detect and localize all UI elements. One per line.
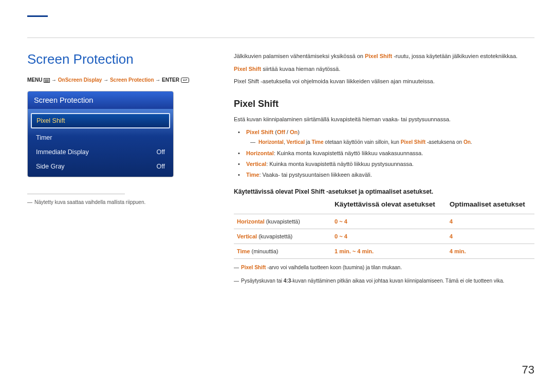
td-range: 0 ~ 4 xyxy=(331,214,447,229)
osd-row-side-gray[interactable]: Side Gray Off xyxy=(31,159,170,174)
list-item: Vertical: Kuinka monta kuvapistettä näyt… xyxy=(241,159,534,169)
osd-panel: Screen Protection Pixel Shift Timer Imme… xyxy=(27,91,174,177)
end-note: ― Pysäytyskuvan tai 4:3-kuvan näyttämine… xyxy=(234,276,534,286)
osd-row-label: Immediate Display xyxy=(36,148,89,156)
enter-icon xyxy=(181,77,189,84)
section-desc: Estä kuvan kiinnipalaminen siirtämällä k… xyxy=(234,115,534,124)
intro-paragraph: Jälkikuvien palamisen vähentämiseksi yks… xyxy=(234,51,534,61)
osd-row-immediate-display[interactable]: Immediate Display Off xyxy=(31,145,170,159)
header-accent-bar xyxy=(27,15,48,17)
table-row: Horizontal (kuvapistettä) 0 ~ 4 4 xyxy=(234,214,534,229)
td-range: 1 min. ~ 4 min. xyxy=(331,244,447,259)
list-item: Pixel Shift (Off / On) ― Horizontal, Ver… xyxy=(241,127,534,147)
list-item: Time: Vaaka- tai pystysuuntaisen liikkee… xyxy=(241,170,534,180)
td-range: 0 ~ 4 xyxy=(331,229,447,244)
td-label: Horizontal (kuvapistettä) xyxy=(234,214,331,229)
osd-row-timer[interactable]: Timer xyxy=(31,130,170,145)
osd-body: Pixel Shift Timer Immediate Display Off … xyxy=(28,109,173,177)
td-label: Vertical (kuvapistettä) xyxy=(234,229,331,244)
td-opt: 4 min. xyxy=(447,244,534,259)
th-blank xyxy=(234,197,331,214)
dash-icon: ― xyxy=(234,276,239,286)
dash-icon: ― xyxy=(250,138,255,146)
footnote-text: Näytetty kuva saattaa vaihdella mallista… xyxy=(34,199,145,205)
settings-table: Käytettävissä olevat asetukset Optimaali… xyxy=(234,197,534,259)
osd-row-value: Off xyxy=(157,163,165,170)
dash-icon: ― xyxy=(234,263,239,272)
osd-header: Screen Protection xyxy=(28,91,173,109)
breadcrumb-menu: MENU xyxy=(27,77,42,83)
section-title: Pixel Shift xyxy=(234,99,534,109)
end-note: ― Pixel Shift -arvo voi vaihdella tuotte… xyxy=(234,263,534,272)
right-column: Jälkikuvien palamisen vähentämiseksi yks… xyxy=(234,51,534,286)
divider xyxy=(27,194,125,194)
menu-icon xyxy=(44,77,50,84)
table-row: Time (minuuttia) 1 min. ~ 4 min. 4 min. xyxy=(234,244,534,259)
osd-row-label: Pixel Shift xyxy=(36,117,65,124)
footnote: ―Näytetty kuva saattaa vaihdella mallist… xyxy=(27,199,202,205)
td-opt: 4 xyxy=(447,229,534,244)
th-optimal: Optimaaliset asetukset xyxy=(447,197,534,214)
page-number: 73 xyxy=(522,363,534,377)
left-column: Screen Protection MENU → OnScreen Displa… xyxy=(27,51,202,205)
osd-row-value: Off xyxy=(157,148,165,156)
intro-paragraph: Pixel Shift -asetuksella voi ohjelmoida … xyxy=(234,77,534,86)
osd-row-label: Side Gray xyxy=(36,163,65,170)
breadcrumb-arrow: → xyxy=(155,77,162,83)
table-row: Vertical (kuvapistettä) 0 ~ 4 4 xyxy=(234,229,534,244)
breadcrumb-item: Screen Protection xyxy=(110,77,154,83)
sub-note: ― Horizontal, Vertical ja Time otetaan k… xyxy=(246,138,534,146)
table-header-row: Käytettävissä olevat asetukset Optimaali… xyxy=(234,197,534,214)
th-available: Käytettävissä olevat asetukset xyxy=(331,197,447,214)
breadcrumb: MENU → OnScreen Display → Screen Protect… xyxy=(27,77,202,84)
list-item: Horizontal: Kuinka monta kuvapistettä nä… xyxy=(241,148,534,158)
intro-paragraph: Pixel Shift siirtää kuvaa hieman näytöss… xyxy=(234,64,534,74)
page-title: Screen Protection xyxy=(27,51,202,67)
td-label: Time (minuuttia) xyxy=(234,244,331,259)
breadcrumb-arrow: → xyxy=(103,77,110,83)
breadcrumb-enter: ENTER xyxy=(162,77,179,83)
subtitle: Käytettävissä olevat Pixel Shift -asetuk… xyxy=(234,188,534,195)
osd-row-pixel-shift[interactable]: Pixel Shift xyxy=(31,113,170,128)
breadcrumb-arrow: → xyxy=(51,77,58,83)
bullet-list: Pixel Shift (Off / On) ― Horizontal, Ver… xyxy=(234,127,534,180)
dash-icon: ― xyxy=(27,199,32,205)
header-rule xyxy=(27,38,534,38)
breadcrumb-item: OnScreen Display xyxy=(58,77,102,83)
td-opt: 4 xyxy=(447,214,534,229)
osd-row-label: Timer xyxy=(36,134,52,141)
